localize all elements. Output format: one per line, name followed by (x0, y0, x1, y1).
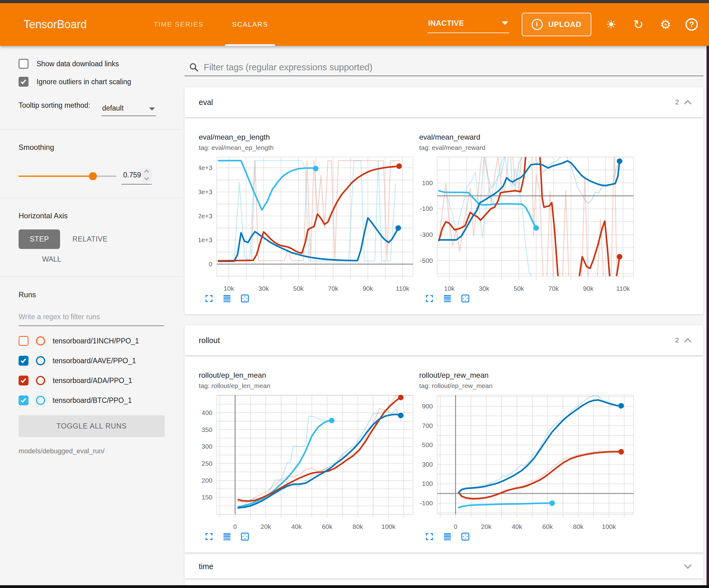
section-title: time (199, 562, 213, 571)
section-header-rollout[interactable]: rollout 2 (185, 326, 703, 355)
svg-text:500: 500 (422, 441, 433, 449)
svg-text:70k: 70k (548, 285, 559, 292)
run-checkbox[interactable] (19, 376, 28, 385)
runs-list-icon[interactable] (222, 532, 232, 541)
tooltip-sorting-select[interactable]: default (102, 102, 156, 116)
svg-text:30k: 30k (479, 285, 490, 292)
run-color-radio[interactable] (36, 376, 45, 385)
chevron-down-icon[interactable] (684, 561, 691, 569)
smoothing-value-box[interactable]: 0.759 (121, 168, 152, 184)
run-checkbox[interactable] (19, 395, 28, 405)
run-color-radio[interactable] (36, 336, 45, 346)
chart-title: rollout/ep_len_mean (199, 371, 416, 380)
ignore-outliers-label: Ignore outliers in chart scaling (36, 78, 131, 86)
window-bottom-strip (0, 585, 709, 588)
filter-tags-input[interactable] (204, 62, 702, 73)
run-color-radio[interactable] (36, 396, 45, 405)
tab-scalars[interactable]: SCALARS (218, 3, 282, 46)
fullscreen-icon[interactable] (204, 294, 214, 303)
ignore-outliers-row[interactable]: Ignore outliers in chart scaling (19, 77, 165, 87)
run-checkbox[interactable] (19, 336, 28, 346)
chevron-up-icon[interactable] (684, 338, 691, 345)
smoothing-slider-row: 0.759 (19, 168, 165, 184)
section-count: 2 (675, 336, 679, 344)
chevron-down-icon[interactable] (144, 176, 149, 180)
pan-zoom-icon[interactable] (240, 532, 250, 541)
scalar-chart-card: rollout/ep_len_mean tag: rollout/ep_len_… (199, 371, 416, 541)
svg-text:300: 300 (422, 461, 433, 468)
svg-text:2e+3: 2e+3 (199, 212, 212, 220)
run-checkbox[interactable] (19, 356, 28, 366)
chevron-up-icon[interactable] (684, 100, 691, 107)
svg-text:40k: 40k (291, 523, 302, 530)
scalars-dashboard: eval 2 eval/mean_ep_length tag: eval/mea… (183, 46, 709, 585)
chart-toolbar (425, 532, 636, 541)
header-actions: INACTIVE i UPLOAD ☀ ↻ ⚙ ? (427, 3, 698, 46)
svg-text:100k: 100k (382, 523, 396, 530)
svg-text:100: 100 (422, 480, 433, 487)
runs-list-icon[interactable] (443, 532, 452, 541)
sidebar-divider (0, 198, 183, 198)
smoothing-slider-knob[interactable] (89, 172, 97, 180)
fullscreen-icon[interactable] (425, 532, 434, 541)
runs-filter-input[interactable] (19, 311, 164, 326)
run-color-radio[interactable] (36, 356, 45, 365)
run-label: tensorboard/AAVE/PPO_1 (53, 357, 136, 365)
axis-button-relative[interactable]: RELATIVE (71, 229, 110, 249)
ignore-outliers-checkbox[interactable] (19, 77, 28, 87)
horizontal-axis-label: Horizontal Axis (19, 211, 165, 220)
upload-button[interactable]: i UPLOAD (522, 13, 592, 36)
svg-text:10k: 10k (444, 285, 454, 292)
smoothing-label: Smoothing (19, 143, 165, 152)
runs-list-icon[interactable] (443, 294, 452, 303)
svg-text:-500: -500 (420, 257, 433, 264)
svg-text:110k: 110k (616, 285, 630, 292)
fullscreen-icon[interactable] (204, 532, 214, 541)
line-chart[interactable]: 10k30k50k70k90k110k01e+32e+33e+34e+3 (199, 154, 416, 293)
line-chart[interactable]: 020k40k60k80k100k150200250300350400 (199, 392, 416, 531)
run-row-ada[interactable]: tensorboard/ADA/PPO_1 (19, 376, 165, 385)
section-header-time[interactable]: time (185, 554, 703, 579)
refresh-icon[interactable]: ↻ (631, 18, 646, 31)
show-download-links-row[interactable]: Show data download links (19, 59, 165, 69)
filter-tags-row (185, 56, 703, 76)
line-chart[interactable]: 10k30k50k70k90k110k100-100-300-500 (419, 154, 636, 293)
settings-sidebar: Show data download links Ignore outliers… (0, 46, 183, 585)
pan-zoom-icon[interactable] (461, 532, 470, 541)
smoothing-stepper[interactable] (142, 168, 152, 182)
svg-text:4e+3: 4e+3 (199, 164, 212, 171)
checkmark-icon (21, 377, 26, 383)
status-dropdown[interactable]: INACTIVE (427, 16, 509, 33)
svg-text:30k: 30k (259, 285, 269, 292)
chevron-up-icon[interactable] (144, 170, 149, 175)
app-title: TensorBoard (24, 18, 87, 31)
help-icon[interactable]: ? (685, 18, 698, 31)
pan-zoom-icon[interactable] (240, 294, 250, 303)
show-download-links-checkbox[interactable] (19, 59, 28, 69)
axis-button-wall[interactable]: WALL (42, 255, 165, 263)
section-header-eval[interactable]: eval 2 (185, 87, 703, 117)
toggle-all-runs-button[interactable]: TOGGLE ALL RUNS (19, 415, 165, 437)
run-row-aave[interactable]: tensorboard/AAVE/PPO_1 (19, 356, 165, 366)
chart-title: eval/mean_reward (419, 133, 636, 142)
svg-text:70k: 70k (328, 285, 338, 292)
chart-title: rollout/ep_rew_mean (419, 371, 636, 380)
axis-button-step[interactable]: STEP (19, 229, 60, 249)
chart-tag: tag: eval/mean_ep_length (199, 144, 416, 151)
scrollbar[interactable] (707, 46, 709, 585)
fullscreen-icon[interactable] (425, 294, 434, 303)
run-row-btc[interactable]: tensorboard/BTC/PPO_1 (19, 395, 165, 405)
svg-text:400: 400 (202, 409, 212, 416)
pan-zoom-icon[interactable] (461, 294, 470, 303)
settings-gear-icon[interactable]: ⚙ (658, 18, 673, 31)
brightness-icon[interactable]: ☀ (604, 18, 619, 31)
upload-button-label: UPLOAD (548, 20, 581, 29)
line-chart[interactable]: 020k40k60k80k100k900700500300100-100 (419, 392, 636, 531)
smoothing-slider[interactable] (19, 176, 116, 177)
svg-text:40k: 40k (512, 523, 522, 530)
svg-text:3e+3: 3e+3 (199, 188, 212, 195)
runs-list-icon[interactable] (222, 294, 232, 303)
chart-toolbar (204, 294, 416, 303)
run-row-1inch[interactable]: tensorboard/1INCH/PPO_1 (19, 336, 165, 346)
tab-time-series[interactable]: TIME SERIES (139, 3, 218, 46)
